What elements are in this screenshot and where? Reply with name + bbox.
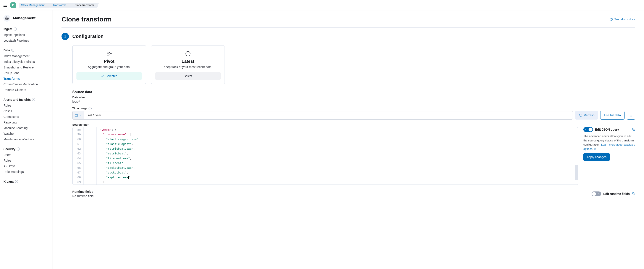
sidebar-item[interactable]: Users <box>0 152 52 158</box>
info-icon[interactable]: i <box>32 98 35 101</box>
transform-docs-link[interactable]: Transform docs <box>610 18 635 21</box>
json-query-editor[interactable]: 58"terms": {59"process.name": [60"elasti… <box>72 127 578 185</box>
info-icon[interactable]: i <box>11 49 14 52</box>
apply-changes-label: Apply changes <box>586 155 606 159</box>
sidebar-item[interactable]: Snapshot and Restore <box>0 64 52 70</box>
code-line[interactable]: 68"explorer.exe" <box>72 175 578 180</box>
svg-point-7 <box>630 114 631 114</box>
code-line[interactable]: 69] <box>72 180 578 184</box>
edit-runtime-fields-label: Edit runtime fields <box>603 192 630 196</box>
refresh-label: Refresh <box>584 114 594 117</box>
line-number: 63 <box>72 151 83 156</box>
sidebar-item[interactable]: Watcher <box>0 131 52 136</box>
code-line[interactable]: 66"packetbeat.exe", <box>72 166 578 170</box>
search-filter-label: Search filter <box>72 123 635 126</box>
calendar-icon[interactable] <box>72 111 84 119</box>
copy-icon[interactable] <box>632 192 635 196</box>
time-range-picker[interactable]: Last 1 year <box>72 111 573 120</box>
line-number: 67 <box>72 170 83 175</box>
breadcrumb-item: Clone transform <box>70 3 97 8</box>
svg-point-2 <box>108 52 108 52</box>
refresh-icon <box>579 114 582 117</box>
main-content: Clone transform Transform docs 1 Configu… <box>53 10 644 269</box>
code-line[interactable]: 63"metricbeat", <box>72 151 578 156</box>
refresh-button[interactable]: Refresh <box>575 111 598 120</box>
time-range-value: Last 1 year <box>84 114 104 117</box>
code-line[interactable]: 65"filebeat", <box>72 161 578 166</box>
clock-icon <box>184 50 192 57</box>
breadcrumb-item[interactable]: Stack Management <box>18 3 48 8</box>
use-full-data-button[interactable]: Use full data <box>600 111 624 120</box>
info-icon[interactable]: i <box>15 180 18 183</box>
scrollbar-thumb[interactable] <box>575 165 578 180</box>
code-line[interactable]: 64"filebeat.exe", <box>72 156 578 161</box>
edit-runtime-fields-toggle[interactable]: ✕ <box>592 192 601 196</box>
pivot-card-desc: Aggregate and group your data. <box>76 65 142 69</box>
step-number-badge: 1 <box>62 33 69 40</box>
edit-json-query-toggle[interactable]: ✓ <box>583 127 593 132</box>
sidebar-item[interactable]: Logstash Pipelines <box>0 38 52 43</box>
space-badge[interactable]: D <box>10 2 16 8</box>
data-view-label: Data view <box>72 96 635 99</box>
help-icon <box>610 18 613 21</box>
code-line[interactable]: 58"terms": { <box>72 127 578 132</box>
line-number: 68 <box>72 175 83 180</box>
svg-point-3 <box>108 54 108 54</box>
vertical-dots-icon <box>630 114 632 117</box>
menu-toggle[interactable] <box>2 2 8 8</box>
more-actions-button[interactable] <box>627 111 635 120</box>
sidebar-item[interactable]: Transforms <box>0 76 52 82</box>
svg-point-4 <box>108 55 108 56</box>
pivot-button-label: Selected <box>106 74 117 78</box>
sidebar-item[interactable]: Roles <box>0 158 52 163</box>
info-icon[interactable]: i <box>88 107 92 110</box>
code-line[interactable]: 59"process.name": [ <box>72 132 578 137</box>
line-number: 64 <box>72 156 83 161</box>
svg-point-9 <box>630 116 631 117</box>
code-line[interactable]: 60"elastic-agent.exe", <box>72 137 578 142</box>
nav-group-header: Alerts and Insightsi <box>0 96 52 103</box>
pivot-select-button[interactable]: Selected <box>76 72 142 80</box>
gear-icon <box>4 15 10 22</box>
sidebar-item[interactable]: Role Mappings <box>0 169 52 174</box>
step-title: Configuration <box>72 34 104 39</box>
sidebar-item[interactable]: Cross-Cluster Replication <box>0 82 52 87</box>
check-icon <box>101 74 104 78</box>
external-link-icon <box>594 148 596 150</box>
info-icon[interactable]: i <box>17 148 20 150</box>
sidebar-item[interactable]: Rules <box>0 103 52 108</box>
svg-point-8 <box>630 115 631 116</box>
latest-card-desc: Keep track of your most recent data. <box>155 65 221 69</box>
nav-group-header: Ingesti <box>0 26 52 32</box>
apply-changes-button[interactable]: Apply changes <box>583 153 610 161</box>
sidebar-item[interactable]: Machine Learning <box>0 125 52 131</box>
latest-select-button[interactable]: Select <box>155 72 221 80</box>
latest-card: Latest Keep track of your most recent da… <box>151 45 225 84</box>
breadcrumb-link[interactable]: Stack Management <box>21 4 44 7</box>
sidebar-item[interactable]: Rollup Jobs <box>0 70 52 76</box>
breadcrumb-item[interactable]: Transforms <box>49 3 70 8</box>
sidebar-item[interactable]: Remote Clusters <box>0 87 52 93</box>
breadcrumb-link[interactable]: Transforms <box>53 4 66 7</box>
runtime-fields-title: Runtime fields <box>72 190 592 194</box>
info-icon[interactable]: i <box>14 28 17 30</box>
code-line[interactable]: 67"packetbeat", <box>72 170 578 175</box>
sidebar-item[interactable]: API keys <box>0 163 52 169</box>
sidebar-item[interactable]: Connectors <box>0 114 52 120</box>
docs-link-label: Transform docs <box>614 18 635 21</box>
nav-title-label: Management <box>13 16 36 20</box>
sidebar-item[interactable]: Reporting <box>0 120 52 125</box>
sidebar-item[interactable]: Ingest Pipelines <box>0 32 52 38</box>
code-line[interactable]: 62"metricbeat.exe", <box>72 146 578 151</box>
line-number: 69 <box>72 180 83 184</box>
line-number: 66 <box>72 166 83 170</box>
line-number: 59 <box>72 132 83 137</box>
sidebar-item[interactable]: Maintenance Windows <box>0 136 52 142</box>
sidebar-item[interactable]: Index Management <box>0 53 52 59</box>
sidebar-item[interactable]: Index Lifecycle Policies <box>0 59 52 64</box>
code-line[interactable]: 61"elastic-agent", <box>72 142 578 146</box>
step-rail <box>64 38 64 269</box>
copy-icon[interactable] <box>632 128 635 132</box>
sidebar-item[interactable]: Cases <box>0 108 52 114</box>
latest-card-title: Latest <box>155 59 221 64</box>
